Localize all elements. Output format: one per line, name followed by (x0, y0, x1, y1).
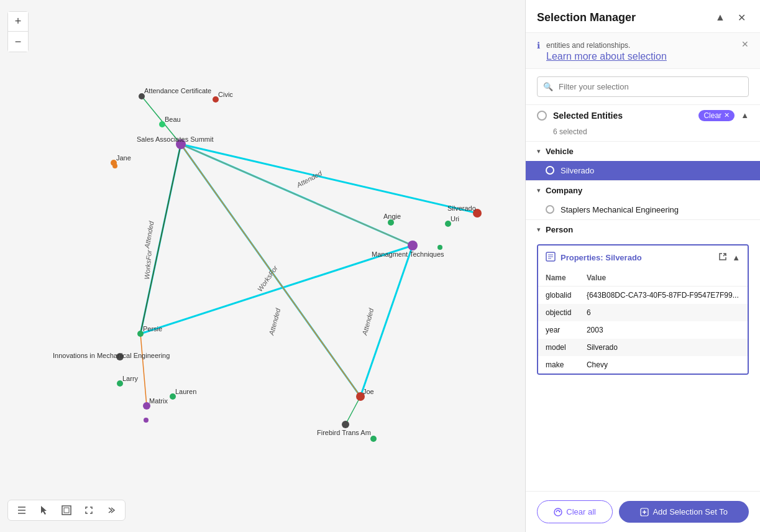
prop-name: objectid (538, 304, 579, 321)
svg-line-11 (346, 397, 360, 424)
svg-point-29 (388, 219, 394, 226)
selected-count-row: 6 selected (526, 126, 760, 141)
list-icon[interactable] (16, 504, 28, 516)
selected-entities-radio[interactable] (537, 111, 547, 121)
property-row: year2003 (538, 321, 748, 339)
svg-text:Matrix: Matrix (149, 397, 168, 405)
collapse-properties-button[interactable]: ▲ (732, 253, 740, 262)
svg-text:Attended: Attended (360, 307, 375, 336)
prop-name: make (538, 356, 579, 374)
cursor-icon[interactable] (38, 504, 50, 516)
frame-icon[interactable] (60, 504, 73, 516)
prop-value: 2003 (579, 321, 748, 339)
search-input[interactable] (537, 76, 749, 97)
search-box: 🔍 (537, 76, 749, 97)
svg-text:Joe: Joe (363, 388, 374, 395)
expand-icon[interactable] (83, 504, 95, 516)
svg-text:Uri: Uri (451, 215, 459, 222)
svg-text:WorksFor: WorksFor (143, 249, 153, 280)
entity-staplers[interactable]: Staplers Mechanical Engineering (526, 200, 760, 219)
svg-point-53 (144, 418, 149, 423)
graph-canvas[interactable]: Attended Attended WorksFor WorksFor Atte… (0, 0, 525, 532)
svg-text:Managment Techniques: Managment Techniques (372, 250, 444, 258)
clear-x-icon: ✕ (724, 111, 730, 119)
add-selection-button[interactable]: Add Selection Set To (619, 501, 749, 523)
search-icon: 🔍 (543, 82, 553, 91)
person-chevron-icon: ▾ (537, 226, 541, 234)
properties-header[interactable]: Properties: Silverado ▲ (538, 245, 748, 270)
category-company[interactable]: ▾ Company (526, 181, 760, 200)
col-value-header: Value (579, 270, 748, 287)
svg-point-52 (370, 436, 377, 442)
selected-count: 6 selected (553, 127, 587, 136)
chevrons-right-icon[interactable] (105, 504, 117, 516)
properties-header-label: Properties: (561, 253, 605, 262)
svg-point-54 (112, 163, 117, 168)
property-row: makeChevy (538, 356, 748, 374)
collapse-panel-button[interactable]: ▲ (713, 10, 728, 25)
entity-silverado[interactable]: Silverado (526, 161, 760, 180)
selected-entities-header: Selected Entities Clear ✕ ▲ (526, 105, 760, 126)
clear-all-button[interactable]: Clear all (537, 500, 613, 523)
category-person[interactable]: ▾ Person (526, 220, 760, 239)
zoom-out-button[interactable]: − (8, 32, 28, 52)
info-text: entities and relationships. (546, 41, 630, 50)
svg-text:Attended: Attended (267, 307, 282, 336)
svg-point-64 (554, 508, 562, 516)
svg-text:Innovations in Mechanical Engi: Innovations in Mechanical Engineering (53, 352, 170, 359)
external-link-button[interactable] (718, 252, 727, 263)
prop-name: year (538, 321, 579, 339)
svg-text:Attendance Certificate: Attendance Certificate (144, 87, 211, 94)
close-panel-button[interactable]: ✕ (734, 10, 749, 25)
svg-line-5 (181, 144, 477, 213)
clear-all-label: Clear all (566, 507, 596, 516)
staplers-label: Staplers Mechanical Engineering (561, 205, 679, 214)
svg-text:Persie: Persie (143, 325, 162, 332)
selection-manager-panel: Selection Manager ▲ ✕ ℹ entities and rel… (525, 0, 760, 532)
graph-svg: Attended Attended WorksFor WorksFor Atte… (0, 0, 525, 532)
category-vehicle[interactable]: ▾ Vehicle (526, 142, 760, 161)
prop-value: {643B08DC-CA73-40F5-87FD-F9547E7F99... (579, 286, 748, 304)
svg-point-51 (437, 245, 442, 250)
person-label: Person (546, 225, 573, 234)
panel-title: Selection Manager (537, 11, 636, 24)
selected-entities-label: Selected Entities (553, 111, 692, 121)
silverado-label: Silverado (561, 166, 594, 175)
info-link[interactable]: Learn more about selection (546, 51, 667, 62)
info-icon: ℹ (537, 40, 540, 50)
prop-name: model (538, 339, 579, 356)
zoom-in-button[interactable]: + (8, 12, 28, 32)
svg-text:Beau: Beau (165, 116, 181, 123)
prop-value: Chevy (579, 356, 748, 374)
panel-header: Selection Manager ▲ ✕ (526, 0, 760, 33)
svg-text:Attended: Attended (143, 220, 155, 249)
properties-title: Properties: Silverado (561, 253, 642, 262)
panel-footer: Clear all Add Selection Set To (526, 491, 760, 532)
property-row: objectid6 (538, 304, 748, 321)
info-content: entities and relationships. Learn more a… (546, 39, 667, 62)
properties-icon (546, 252, 556, 264)
selected-entities-info: Selected Entities (553, 111, 692, 121)
prop-value: 6 (579, 304, 748, 321)
clear-label: Clear (703, 111, 721, 120)
prop-name: globalid (538, 286, 579, 304)
vehicle-label: Vehicle (546, 147, 574, 156)
collapse-entities-button[interactable]: ▲ (741, 111, 749, 120)
staplers-radio (546, 205, 554, 214)
col-name-header: Name (538, 270, 579, 287)
info-close-button[interactable]: ✕ (741, 39, 749, 49)
prop-value: Silverado (579, 339, 748, 356)
properties-panel: Properties: Silverado ▲ Name Value globa… (537, 244, 749, 375)
company-label: Company (546, 186, 582, 195)
svg-text:Angie: Angie (383, 213, 401, 220)
silverado-radio (546, 166, 554, 175)
clear-selection-button[interactable]: Clear ✕ (698, 110, 735, 121)
svg-point-49 (342, 421, 349, 428)
add-selection-label: Add Selection Set To (652, 507, 727, 516)
bottom-toolbar (7, 500, 126, 521)
properties-entity-name: Silverado (605, 253, 642, 262)
svg-rect-59 (64, 508, 69, 513)
svg-text:Silverado: Silverado (447, 204, 476, 212)
zoom-controls: + − (7, 11, 29, 52)
company-chevron-icon: ▾ (537, 186, 541, 195)
